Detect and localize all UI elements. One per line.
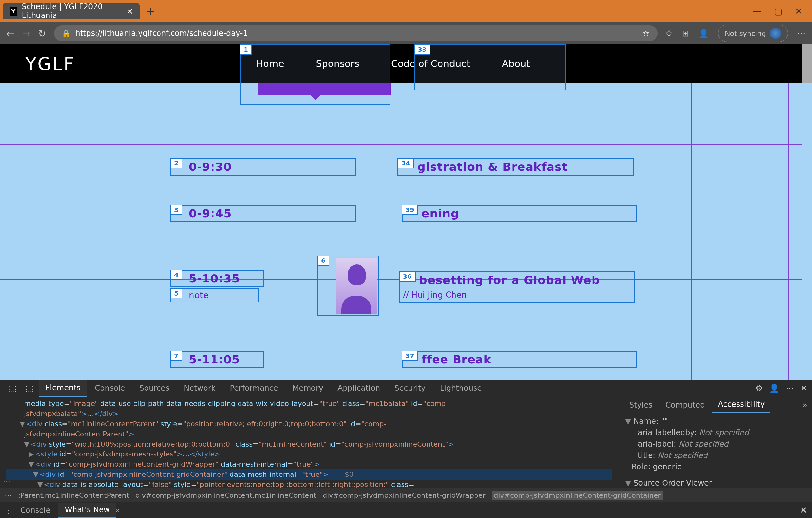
schedule-time: 0-9:30 xyxy=(189,160,232,173)
overlay-title-3: 36 besetting for a Global Web // Hui Jin… xyxy=(399,271,635,303)
breadcrumb-item[interactable]: div#comp-jsfvdmpxinlineContent.mc1inline… xyxy=(136,491,316,499)
schedule-time: 5-11:05 xyxy=(189,353,240,366)
tab-console[interactable]: Console xyxy=(88,380,131,397)
schedule-author: // Hui Jing Chen xyxy=(403,290,467,300)
address-bar: ← → ↻ 🔒 https://lithuania.yglfconf.com/s… xyxy=(0,22,812,45)
overlay-time-1: 2 0-9:30 xyxy=(170,158,356,175)
drawer-more-icon[interactable]: ⋮ xyxy=(5,506,12,515)
schedule-subtitle: note xyxy=(189,290,209,301)
devtools-sidebar: Styles Computed Accessibility » ▼ Name: … xyxy=(618,397,812,488)
breadcrumb[interactable]: ⋯ :Parent.mc1inlineContentParent div#com… xyxy=(0,488,812,502)
url-field[interactable]: 🔒 https://lithuania.yglfconf.com/schedul… xyxy=(54,25,658,41)
devtools-tabs: ⬚ ⬚ Elements Console Sources Network Per… xyxy=(0,380,812,397)
overlay-num: 7 xyxy=(170,351,182,361)
overlay-num: 4 xyxy=(170,270,182,280)
maximize-icon[interactable]: ▢ xyxy=(774,6,782,17)
tab-close-icon[interactable]: × xyxy=(126,6,133,16)
speaker-photo xyxy=(336,258,377,313)
side-tab-styles[interactable]: Styles xyxy=(624,398,658,413)
overlay-num: 34 xyxy=(398,158,414,168)
overlay-title-1: 34 gistration & Breakfast xyxy=(398,158,634,175)
browser-tab-bar: Y Schedule | YGLF2020 Lithuania × + — ▢ … xyxy=(0,0,812,22)
tab-memory[interactable]: Memory xyxy=(286,380,330,397)
refresh-button[interactable]: ↻ xyxy=(38,28,46,39)
collections-icon[interactable]: ⊞ xyxy=(682,29,689,38)
site-header: YGLF Home Sponsors Code of Conduct About xyxy=(0,45,812,83)
overlay-num: 33 xyxy=(414,45,430,55)
tab-lighthouse[interactable]: Lighthouse xyxy=(434,380,488,397)
schedule-title: gistration & Breakfast xyxy=(417,160,568,173)
lock-icon: 🔒 xyxy=(62,29,70,37)
device-toggle-icon[interactable]: ⬚ xyxy=(22,383,37,393)
close-window-icon[interactable]: ✕ xyxy=(795,6,803,17)
side-tab-computed[interactable]: Computed xyxy=(660,398,711,413)
drawer-tab-close-icon[interactable]: × xyxy=(115,507,120,514)
more-icon[interactable]: ⋯ xyxy=(786,383,794,393)
overlay-box-1: 1 xyxy=(240,45,390,105)
tab-sources[interactable]: Sources xyxy=(133,380,176,397)
tab-security[interactable]: Security xyxy=(388,380,432,397)
profile-icon[interactable]: 👤 xyxy=(698,29,708,38)
drawer-tab-console[interactable]: Console xyxy=(14,503,57,517)
breadcrumb-item-selected[interactable]: div#comp-jsfvdmpxinlineContent-gridConta… xyxy=(492,491,663,500)
overlay-num: 37 xyxy=(402,351,418,361)
tab-application[interactable]: Application xyxy=(331,380,386,397)
close-devtools-icon[interactable]: ✕ xyxy=(800,383,807,393)
tab-favicon: Y xyxy=(9,7,17,16)
settings-icon[interactable]: ⚙ xyxy=(756,383,763,393)
overlay-num: 6 xyxy=(317,255,329,266)
forward-button[interactable]: → xyxy=(22,28,30,39)
drawer: ⋮ Console What's New × ✕ xyxy=(0,502,812,518)
schedule-title: besetting for a Global Web xyxy=(419,274,600,287)
schedule-title: ffee Break xyxy=(422,353,492,366)
overlay-num: 3 xyxy=(170,205,182,215)
overlay-time-2: 3 0-9:45 xyxy=(170,205,356,222)
new-tab-button[interactable]: + xyxy=(146,5,155,18)
page-viewport: YGLF Home Sponsors Code of Conduct About xyxy=(0,45,812,380)
favorites-icon[interactable]: ✩ xyxy=(665,29,672,38)
menu-icon[interactable]: ⋯ xyxy=(798,29,806,38)
devtools: ⬚ ⬚ Elements Console Sources Network Per… xyxy=(0,380,812,518)
tab-network[interactable]: Network xyxy=(177,380,222,397)
elements-panel[interactable]: media-type="Image" data-use-clip-path da… xyxy=(0,397,618,488)
tab-performance[interactable]: Performance xyxy=(223,380,284,397)
feedback-icon[interactable]: 👤 xyxy=(769,383,779,393)
drawer-tab-whatsnew[interactable]: What's New xyxy=(58,503,116,518)
schedule-time: 0-9:45 xyxy=(189,207,232,220)
overlay-box-33: 33 xyxy=(414,45,566,90)
overlay-time-4: 7 5-11:05 xyxy=(170,351,264,368)
url-text: https://lithuania.yglfconf.com/schedule-… xyxy=(75,29,248,38)
tab-elements[interactable]: Elements xyxy=(39,380,87,397)
overlay-num: 35 xyxy=(402,205,418,215)
schedule-time: 5-10:35 xyxy=(189,272,240,285)
a11y-panel: ▼ Name: "" aria-labelledby: Not specifie… xyxy=(619,413,812,488)
back-button[interactable]: ← xyxy=(6,28,14,39)
overlay-num: 2 xyxy=(170,158,182,168)
favorite-icon[interactable]: ☆ xyxy=(642,29,649,38)
browser-tab[interactable]: Y Schedule | YGLF2020 Lithuania × xyxy=(3,3,140,19)
overlay-sub-3: 5 note xyxy=(170,288,259,302)
avatar-icon xyxy=(770,28,781,39)
overlay-num: 5 xyxy=(170,288,182,298)
schedule-title: ening xyxy=(422,207,459,220)
overlay-title-4: 37 ffee Break xyxy=(402,351,637,368)
inspect-icon[interactable]: ⬚ xyxy=(5,383,20,393)
breadcrumb-item[interactable]: :Parent.mc1inlineContentParent xyxy=(18,491,129,499)
side-tab-accessibility[interactable]: Accessibility xyxy=(712,397,771,413)
drawer-close-icon[interactable]: ✕ xyxy=(800,505,807,515)
breadcrumb-item[interactable]: div#comp-jsfvdmpxinlineContent-gridWrapp… xyxy=(323,491,485,499)
content-area: 1 33 2 0-9:30 34 gistration & Breakfast … xyxy=(0,83,812,380)
breadcrumb-more-icon[interactable]: ⋯ xyxy=(5,491,12,499)
logo[interactable]: YGLF xyxy=(25,53,75,74)
minimize-icon[interactable]: — xyxy=(752,6,761,17)
grid-overlay xyxy=(0,83,812,380)
overlay-num: 36 xyxy=(399,271,415,281)
sync-button[interactable]: Not syncing xyxy=(718,25,788,42)
overlay-num: 1 xyxy=(240,45,252,55)
ellipsis: ⋯ xyxy=(3,476,10,486)
tab-title: Schedule | YGLF2020 Lithuania xyxy=(22,2,122,20)
overlay-title-2: 35 ening xyxy=(402,205,637,222)
more-tabs-icon[interactable]: » xyxy=(803,401,807,409)
overlay-time-3: 4 5-10:35 xyxy=(170,270,264,287)
overlay-speaker-img: 6 xyxy=(317,255,379,317)
